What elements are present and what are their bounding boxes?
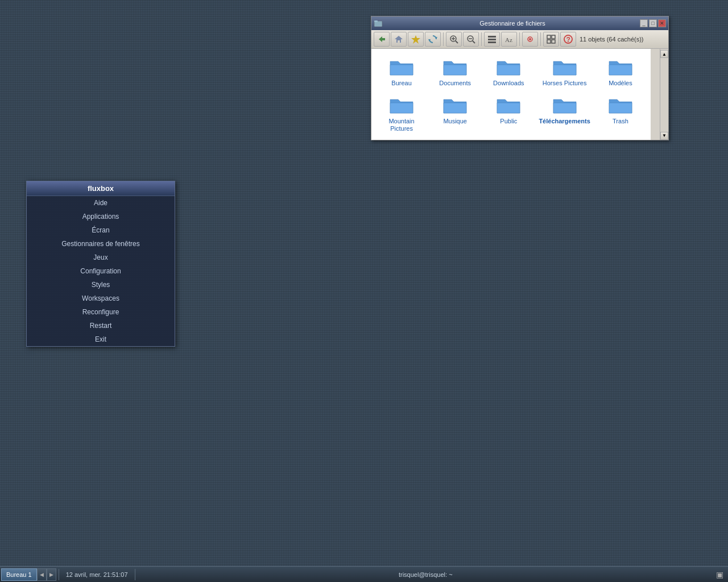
taskbar-separator-1 — [59, 569, 59, 580]
bookmarks-button[interactable] — [408, 32, 424, 47]
menu-item-configuration[interactable]: Configuration — [27, 264, 175, 278]
svg-line-8 — [456, 41, 458, 43]
svg-rect-19 — [552, 35, 555, 39]
scroll-down-button[interactable]: ▼ — [660, 132, 668, 140]
workspace-area: Bureau 1 ◀ ▶ — [0, 567, 56, 582]
menu-item-exit[interactable]: Exit — [27, 332, 175, 346]
folder-musique[interactable]: Musique — [429, 92, 481, 135]
folder-horses-pictures[interactable]: Horses Pictures — [536, 53, 592, 89]
workspace-prev[interactable]: ◀ — [37, 568, 47, 581]
home-button[interactable] — [391, 32, 407, 47]
fluxbox-menu: fluxbox Aide Applications Écran Gestionn… — [26, 181, 175, 347]
minimize-button[interactable]: _ — [640, 19, 648, 27]
svg-rect-18 — [547, 35, 551, 39]
taskbar-terminal-icon[interactable]: ▣ — [714, 569, 726, 580]
menu-item-aide[interactable]: Aide — [27, 196, 175, 210]
taskbar-user-text: trisquel@trisquel: ~ — [399, 571, 453, 578]
file-manager-titlebar: Gestionnaire de fichiers _ □ ✕ — [371, 16, 668, 30]
menu-item-applications[interactable]: Applications — [27, 210, 175, 223]
list-view-button[interactable] — [484, 32, 500, 47]
fm-status-text: 11 objets (64 caché(s)) — [580, 36, 644, 43]
folder-label-modeles: Modèles — [609, 80, 632, 87]
folder-label-telechargements: Téléchargements — [539, 118, 590, 125]
rename-button[interactable]: Az — [501, 32, 517, 47]
file-manager-toolbar: Az ? 11 objets (64 caché(s)) — [371, 30, 668, 49]
menu-item-reconfigure[interactable]: Reconfigure — [27, 305, 175, 319]
folder-icon-horses-pictures — [551, 56, 578, 78]
zoom-in-button[interactable] — [446, 32, 462, 47]
toolbar-separator-3 — [519, 32, 520, 46]
menu-item-workspaces[interactable]: Workspaces — [27, 292, 175, 305]
folder-telechargements[interactable]: Téléchargements — [536, 92, 592, 135]
refresh-button[interactable] — [425, 32, 441, 47]
scrollbar-track: ▲ ▼ — [660, 49, 668, 140]
folder-label-bureau: Bureau — [391, 80, 411, 87]
folder-label-trash: Trash — [613, 118, 628, 125]
svg-rect-14 — [488, 41, 496, 43]
workspace-button[interactable]: Bureau 1 — [1, 568, 37, 581]
menu-item-ecran[interactable]: Écran — [27, 223, 175, 237]
toolbar-separator-4 — [540, 32, 541, 46]
taskbar-right-area: ▣ — [714, 569, 728, 580]
svg-text:?: ? — [566, 36, 570, 44]
workspace-next[interactable]: ▶ — [47, 568, 56, 581]
folder-modeles[interactable]: Modèles — [595, 53, 646, 89]
folder-icon-public — [495, 94, 522, 117]
taskbar-center-area: trisquel@trisquel: ~ — [138, 571, 714, 578]
grid-view-button[interactable] — [543, 32, 559, 47]
taskbar-datetime: 12 avril, mer. 21:51:07 — [61, 571, 133, 578]
folder-label-mountain-pictures: Mountain Pictures — [378, 118, 425, 132]
menu-item-gestionnaires[interactable]: Gestionnaires de fenêtres — [27, 237, 175, 251]
folder-trash[interactable]: Trash — [595, 92, 646, 135]
folder-label-downloads: Downloads — [493, 80, 524, 87]
taskbar-separator-2 — [135, 569, 135, 580]
svg-rect-1 — [374, 20, 378, 22]
folder-mountain-pictures[interactable]: Mountain Pictures — [376, 92, 427, 135]
folder-label-musique: Musique — [443, 118, 467, 125]
taskbar: Bureau 1 ◀ ▶ 12 avril, mer. 21:51:07 tri… — [0, 566, 728, 582]
svg-rect-20 — [547, 40, 551, 43]
folder-icon-mountain-pictures — [388, 94, 415, 117]
folder-documents[interactable]: Documents — [429, 53, 481, 89]
file-manager-window-icon — [374, 19, 383, 28]
menu-item-restart[interactable]: Restart — [27, 319, 175, 332]
folder-bureau[interactable]: Bureau — [376, 53, 427, 89]
folder-icon-bureau — [388, 56, 415, 78]
folder-icon-documents — [441, 56, 469, 78]
toolbar-separator-2 — [481, 32, 482, 46]
folder-label-public: Public — [500, 118, 517, 125]
folder-icon-telechargements — [551, 94, 578, 117]
folder-icon-trash — [607, 94, 634, 117]
maximize-button[interactable]: □ — [649, 19, 657, 27]
file-manager-title: Gestionnaire de fichiers — [386, 20, 639, 27]
toolbar-separator-1 — [443, 32, 444, 46]
svg-rect-21 — [552, 40, 555, 43]
svg-point-17 — [529, 38, 531, 40]
svg-rect-12 — [488, 36, 496, 38]
file-manager-window: Gestionnaire de fichiers _ □ ✕ — [371, 16, 669, 140]
folder-label-horses-pictures: Horses Pictures — [543, 80, 587, 87]
preview-button[interactable] — [522, 32, 538, 47]
folder-icon-musique — [441, 94, 469, 117]
folder-label-documents: Documents — [439, 80, 471, 87]
svg-line-11 — [473, 41, 475, 43]
scroll-up-button[interactable]: ▲ — [660, 50, 668, 58]
folder-downloads[interactable]: Downloads — [483, 53, 534, 89]
menu-item-styles[interactable]: Styles — [27, 278, 175, 292]
menu-item-jeux[interactable]: Jeux — [27, 251, 175, 264]
svg-text:Az: Az — [505, 36, 512, 43]
zoom-out-button[interactable] — [463, 32, 479, 47]
back-button[interactable] — [374, 32, 390, 47]
svg-marker-2 — [411, 35, 420, 44]
svg-rect-13 — [488, 39, 496, 40]
file-manager-content: Bureau Documents Downloads Horses Pictur… — [371, 49, 660, 140]
folder-public[interactable]: Public — [483, 92, 534, 135]
menu-title: fluxbox — [27, 181, 175, 196]
folder-icon-downloads — [495, 56, 522, 78]
help-button[interactable]: ? — [560, 32, 576, 47]
close-button[interactable]: ✕ — [658, 19, 666, 27]
folder-icon-modeles — [607, 56, 634, 78]
